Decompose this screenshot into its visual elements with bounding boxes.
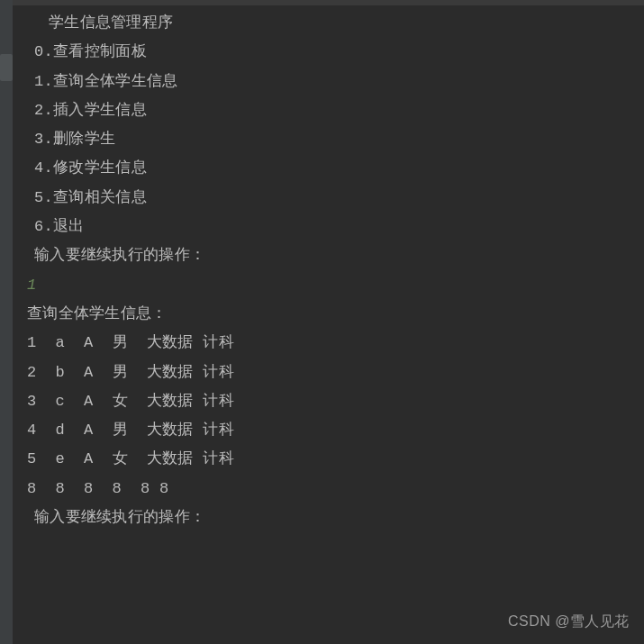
- student-record: 2 b A 男 大数据 计科: [27, 358, 644, 387]
- menu-item: 3.删除学生: [27, 125, 644, 154]
- watermark: CSDN @雪人见花: [508, 612, 630, 631]
- menu-item: 5.查询相关信息: [27, 184, 644, 213]
- input-prompt: 输入要继续执行的操作：: [27, 241, 644, 270]
- menu-item: 0.查看控制面板: [27, 38, 644, 67]
- user-input[interactable]: 1: [27, 271, 644, 300]
- console-output: 学生信息管理程序 0.查看控制面板 1.查询全体学生信息 2.插入学生信息 3.…: [13, 5, 644, 644]
- menu-item: 6.退出: [27, 213, 644, 241]
- program-title: 学生信息管理程序: [27, 9, 644, 38]
- menu-item: 2.插入学生信息: [27, 96, 644, 125]
- student-record: 4 d A 男 大数据 计科: [27, 416, 644, 445]
- student-record: 5 e A 女 大数据 计科: [27, 445, 644, 474]
- sidebar-tab[interactable]: [0, 54, 13, 81]
- menu-item: 4.修改学生信息: [27, 154, 644, 183]
- result-header: 查询全体学生信息：: [27, 300, 644, 329]
- ide-sidebar: [0, 0, 13, 644]
- menu-item: 1.查询全体学生信息: [27, 68, 644, 96]
- student-record: 1 a A 男 大数据 计科: [27, 329, 644, 358]
- input-prompt: 输入要继续执行的操作：: [27, 503, 644, 532]
- student-record: 3 c A 女 大数据 计科: [27, 387, 644, 416]
- student-record: 8 8 8 8 8 8: [27, 475, 644, 503]
